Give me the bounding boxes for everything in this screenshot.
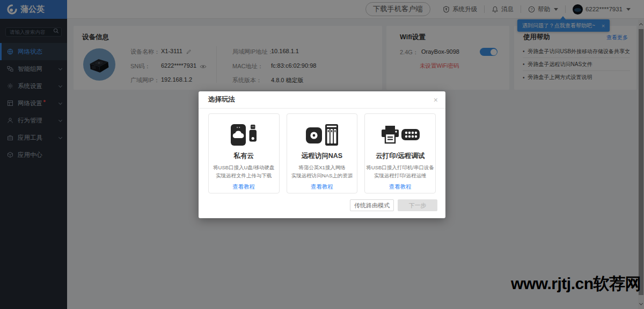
option-description: 将蒲公英X1接入网络 实现远程访问NAS上的资源 <box>287 163 357 179</box>
option-description: 将USB口接入U盘/移动硬盘 实现远程文件上传与下载 <box>209 163 279 179</box>
modal-header: 选择玩法 × <box>199 91 445 109</box>
option-title: 私有云 <box>209 152 279 161</box>
modal-title: 选择玩法 <box>208 95 235 104</box>
view-tutorial-link[interactable]: 查看教程 <box>311 183 333 191</box>
option-card-private-cloud[interactable]: 私有云 将USB口接入U盘/移动硬盘 实现远程文件上传与下载 查看教程 <box>208 113 280 193</box>
modal-body: 私有云 将USB口接入U盘/移动硬盘 实现远程文件上传与下载 查看教程 <box>199 109 445 193</box>
app-window: 蒲公英 下载手机客户端 系统升级 消息 <box>0 0 644 309</box>
modal-footer: 传统路由模式 下一步 <box>350 199 437 211</box>
printer-serial-icon <box>365 123 435 147</box>
choose-mode-modal: 选择玩法 × 私有云 <box>199 91 445 218</box>
option-card-remote-nas[interactable]: 远程访问NAS 将蒲公英X1接入网络 实现远程访问NAS上的资源 查看教程 <box>287 113 358 193</box>
close-icon[interactable]: × <box>434 96 438 104</box>
option-card-cloud-print[interactable]: 云打印/远程调试 将USB口接入打印机/串口设备 实现远程打印/远程运维 查看教… <box>364 113 436 193</box>
next-step-button[interactable]: 下一步 <box>398 199 437 211</box>
view-tutorial-link[interactable]: 查看教程 <box>389 183 412 191</box>
private-cloud-icon <box>209 123 279 147</box>
view-tutorial-link[interactable]: 查看教程 <box>232 183 255 191</box>
traditional-router-mode-button[interactable]: 传统路由模式 <box>350 199 394 211</box>
option-title: 云打印/远程调试 <box>365 152 435 161</box>
nas-icon <box>287 123 357 147</box>
watermark: www.rjtj.cn软荐网 <box>511 273 641 295</box>
option-description: 将USB口接入打印机/串口设备 实现远程打印/远程运维 <box>365 163 435 179</box>
option-title: 远程访问NAS <box>287 152 357 161</box>
